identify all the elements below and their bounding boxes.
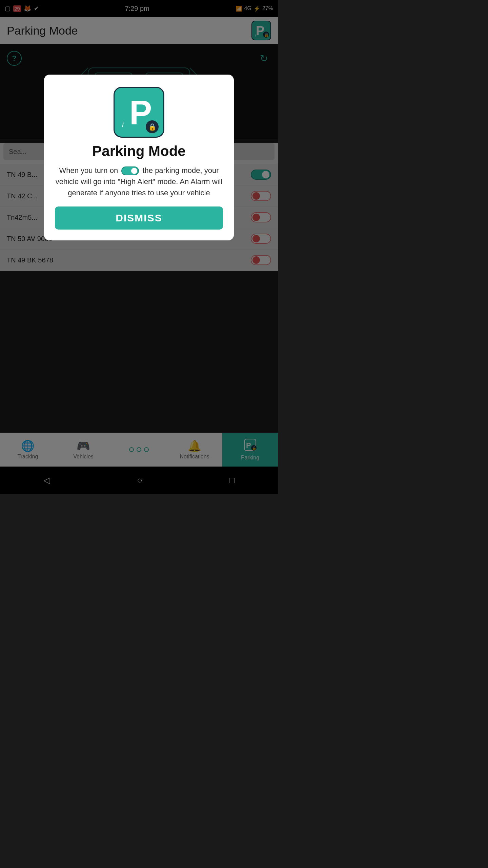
modal-overlay: P i 🔒 Parking Mode When you turn on the …	[0, 0, 278, 494]
dismiss-button[interactable]: DISMISS	[55, 206, 223, 230]
modal-description: When you turn on the parking mode, your …	[55, 165, 223, 198]
lock-badge: 🔒	[146, 120, 159, 133]
parking-mode-modal: P i 🔒 Parking Mode When you turn on the …	[44, 75, 234, 240]
desc-part1: When you turn on	[59, 166, 118, 175]
i-letter: i	[122, 120, 124, 129]
modal-app-icon: P i 🔒	[114, 87, 164, 138]
modal-title: Parking Mode	[92, 143, 185, 159]
inline-toggle-icon	[121, 166, 139, 175]
